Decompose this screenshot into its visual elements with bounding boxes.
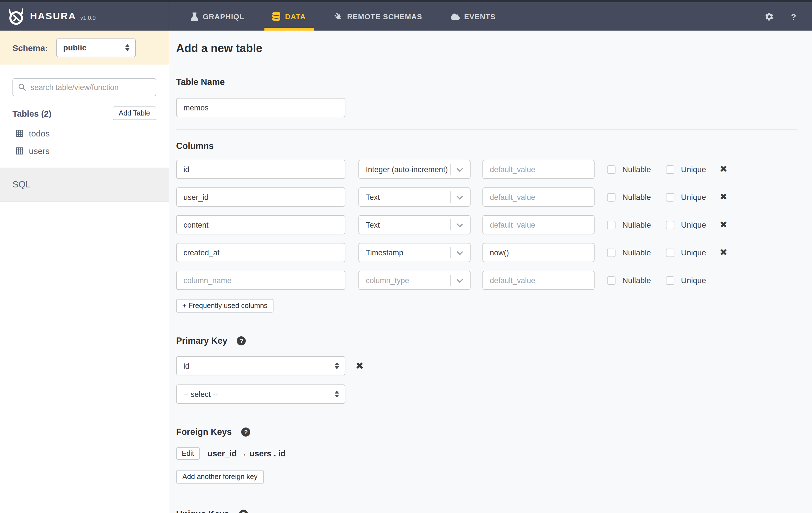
tab-remote-schemas[interactable]: REMOTE SCHEMAS bbox=[333, 2, 423, 31]
chevron-down-icon bbox=[457, 193, 463, 200]
primary-key-select[interactable]: id bbox=[176, 356, 345, 375]
version-label: v1.0.0 bbox=[80, 15, 96, 21]
unique-checkbox[interactable] bbox=[666, 276, 674, 285]
schema-select-value: public bbox=[63, 43, 120, 52]
columns-heading: Columns bbox=[176, 141, 797, 151]
help-circle-icon[interactable]: ? bbox=[239, 510, 248, 513]
column-type-select[interactable]: Integer (auto-increment) bbox=[358, 160, 470, 179]
default-value-input[interactable] bbox=[483, 270, 594, 290]
sidebar: Schema: public Tables (2) Add Table bbox=[0, 31, 169, 513]
nullable-checkbox[interactable] bbox=[607, 193, 615, 201]
tables-header: Tables (2) Add Table bbox=[12, 107, 156, 120]
select-spinner-icon bbox=[125, 44, 129, 51]
gear-icon[interactable] bbox=[764, 11, 774, 21]
column-name-input[interactable] bbox=[176, 243, 345, 262]
nullable-checkbox[interactable] bbox=[607, 248, 615, 257]
nullable-label: Nullable bbox=[622, 220, 651, 229]
help-icon[interactable]: ? bbox=[791, 11, 796, 21]
nullable-checkbox[interactable] bbox=[607, 276, 615, 285]
tab-graphiql[interactable]: GRAPHIQL bbox=[190, 2, 245, 31]
schema-label: Schema: bbox=[12, 43, 48, 52]
nullable-label: Nullable bbox=[622, 193, 651, 202]
remove-column-icon[interactable]: ✖ bbox=[720, 193, 727, 202]
help-circle-icon[interactable]: ? bbox=[241, 428, 250, 436]
column-name-input[interactable] bbox=[176, 215, 345, 234]
main-content: Add a new table Table Name Columns Integ… bbox=[169, 31, 812, 513]
primary-key-add-value: -- select -- bbox=[183, 390, 330, 398]
column-name-input[interactable] bbox=[176, 188, 345, 207]
foreign-key-mapping: user_id → users . id bbox=[207, 449, 286, 458]
unique-checkbox[interactable] bbox=[666, 221, 674, 229]
tab-label: EVENTS bbox=[464, 12, 495, 21]
unique-keys-heading: Unique Keys bbox=[176, 509, 229, 513]
foreign-key-row: Edit user_id → users . id bbox=[176, 447, 797, 460]
foreign-keys-heading: Foreign Keys bbox=[176, 427, 232, 437]
header-actions: ? bbox=[764, 2, 812, 31]
tables-heading: Tables (2) bbox=[12, 108, 52, 118]
primary-key-row: id ✖ bbox=[176, 356, 797, 375]
section-divider bbox=[176, 322, 797, 322]
default-value-input[interactable] bbox=[483, 160, 594, 179]
column-type-select[interactable]: Text bbox=[358, 215, 470, 234]
sidebar-item-todos[interactable]: todos bbox=[0, 124, 169, 142]
help-circle-icon[interactable]: ? bbox=[237, 336, 246, 345]
remove-primary-key-icon[interactable]: ✖ bbox=[356, 361, 364, 371]
table-name-input[interactable] bbox=[176, 98, 345, 117]
chevron-down-icon bbox=[457, 165, 463, 172]
table-name-label: Table Name bbox=[176, 77, 797, 87]
cloud-icon bbox=[451, 13, 460, 20]
remove-column-icon[interactable]: ✖ bbox=[720, 220, 727, 229]
tab-data[interactable]: DATA bbox=[271, 2, 307, 31]
column-name-input[interactable] bbox=[176, 160, 345, 179]
unique-checkbox[interactable] bbox=[666, 248, 674, 257]
select-spinner-icon bbox=[335, 391, 339, 398]
column-row: Text Nullable Unique ✖ bbox=[176, 188, 797, 207]
column-type-select[interactable]: Timestamp bbox=[358, 243, 470, 262]
default-value-input[interactable] bbox=[483, 215, 594, 234]
tab-label: REMOTE SCHEMAS bbox=[347, 12, 422, 21]
column-type-select[interactable]: column_type bbox=[358, 270, 470, 290]
unique-checkbox[interactable] bbox=[666, 165, 674, 174]
column-name-input[interactable] bbox=[176, 270, 345, 290]
primary-key-add-select[interactable]: -- select -- bbox=[176, 384, 345, 404]
top-nav-bar: HASURA v1.0.0 GRAPHIQL DATA REMOTE SC bbox=[0, 0, 812, 31]
nullable-label: Nullable bbox=[622, 165, 651, 174]
remove-column-icon[interactable]: ✖ bbox=[720, 165, 727, 174]
frequently-used-columns-button[interactable]: + Frequently used columns bbox=[176, 299, 274, 313]
unique-label: Unique bbox=[681, 276, 706, 285]
remove-column-icon[interactable]: ✖ bbox=[720, 248, 727, 257]
add-foreign-key-button[interactable]: Add another foreign key bbox=[176, 470, 264, 484]
chevron-down-icon bbox=[457, 249, 463, 255]
edit-foreign-key-button[interactable]: Edit bbox=[176, 447, 200, 460]
column-type-select[interactable]: Text bbox=[358, 188, 470, 207]
nullable-checkbox[interactable] bbox=[607, 221, 615, 229]
default-value-input[interactable] bbox=[483, 243, 594, 262]
brand-area[interactable]: HASURA v1.0.0 bbox=[0, 2, 169, 31]
unique-keys-header: Unique Keys ? bbox=[176, 509, 797, 513]
nullable-checkbox[interactable] bbox=[607, 165, 615, 174]
section-divider bbox=[176, 493, 797, 493]
select-spinner-icon bbox=[335, 362, 339, 369]
unique-label: Unique bbox=[681, 193, 706, 202]
column-row: Text Nullable Unique ✖ bbox=[176, 215, 797, 234]
tab-label: GRAPHIQL bbox=[203, 12, 244, 21]
column-type-value: Text bbox=[366, 193, 450, 201]
select-separator bbox=[450, 191, 451, 203]
chevron-down-icon bbox=[457, 221, 463, 227]
tab-label: DATA bbox=[285, 12, 306, 21]
default-value-input[interactable] bbox=[483, 188, 594, 207]
schema-select[interactable]: public bbox=[56, 38, 136, 57]
search-input[interactable] bbox=[12, 78, 156, 96]
app: HASURA v1.0.0 GRAPHIQL DATA REMOTE SC bbox=[0, 0, 812, 513]
tab-events[interactable]: EVENTS bbox=[449, 2, 497, 31]
sidebar-item-sql[interactable]: SQL bbox=[0, 168, 169, 202]
add-table-button[interactable]: Add Table bbox=[112, 107, 156, 120]
column-row: Timestamp Nullable Unique ✖ bbox=[176, 243, 797, 262]
sidebar-item-users[interactable]: users bbox=[0, 142, 169, 160]
page-title: Add a new table bbox=[176, 42, 797, 55]
table-grid-icon bbox=[16, 130, 23, 137]
nullable-label: Nullable bbox=[622, 248, 651, 257]
section-divider bbox=[176, 129, 797, 130]
column-type-value: Text bbox=[366, 221, 450, 229]
unique-checkbox[interactable] bbox=[666, 193, 674, 201]
